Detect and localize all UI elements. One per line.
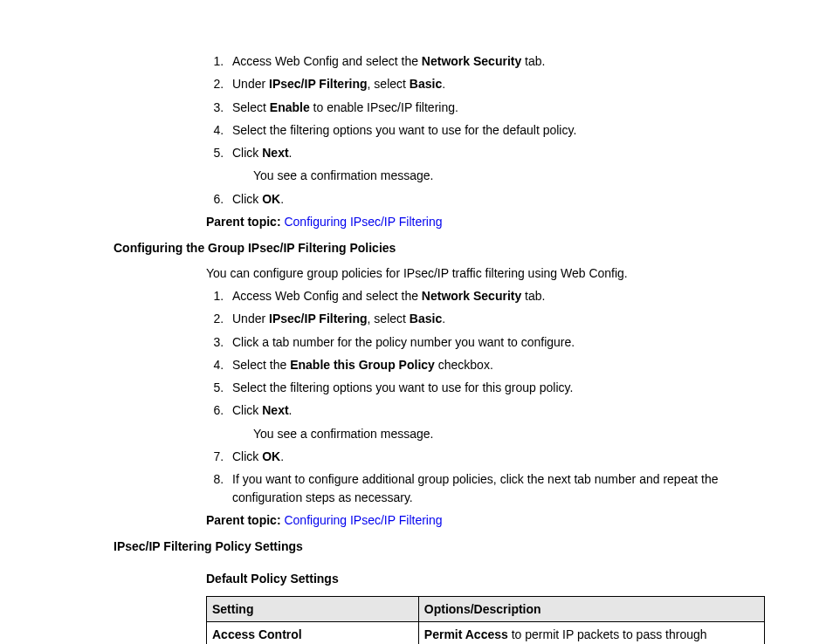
table-cell-setting: Access Control: [207, 622, 419, 644]
step: Access Web Config and select the Network…: [227, 287, 737, 305]
parent-topic-link[interactable]: Configuring IPsec/IP Filtering: [284, 513, 442, 527]
parent-topic-link[interactable]: Configuring IPsec/IP Filtering: [284, 215, 442, 229]
step: Under IPsec/IP Filtering, select Basic.: [227, 75, 737, 92]
step-note: You see a confirmation message.: [253, 425, 737, 442]
policy-settings-table: Setting Options/Description Access Contr…: [206, 596, 765, 644]
step: Click a tab number for the policy number…: [227, 333, 737, 351]
parent-topic: Parent topic: Configuring IPsec/IP Filte…: [206, 511, 737, 529]
section3-heading: IPsec/IP Filtering Policy Settings: [114, 538, 737, 555]
step: Select Enable to enable IPsec/IP filteri…: [227, 99, 737, 116]
table-cell-option: Permit Access to permit IP packets to pa…: [418, 622, 764, 644]
step-note: You see a confirmation message.: [253, 167, 737, 184]
step: Select the filtering options you want to…: [227, 121, 737, 139]
step: Click Next. You see a confirmation messa…: [227, 401, 737, 442]
step: Access Web Config and select the Network…: [227, 52, 737, 70]
table-header: Setting: [207, 596, 419, 621]
section2-heading: Configuring the Group IPsec/IP Filtering…: [114, 239, 737, 257]
section2-intro: You can configure group policies for IPs…: [206, 264, 737, 282]
table-header: Options/Description: [418, 596, 764, 621]
table-row: Access Control Permit Access to permit I…: [207, 622, 765, 644]
section1-steps: Access Web Config and select the Network…: [114, 52, 737, 208]
step: If you want to configure additional grou…: [227, 470, 737, 506]
step: Under IPsec/IP Filtering, select Basic.: [227, 310, 737, 327]
section2-steps: Access Web Config and select the Network…: [114, 287, 737, 506]
parent-topic: Parent topic: Configuring IPsec/IP Filte…: [206, 213, 737, 230]
step: Click Next. You see a confirmation messa…: [227, 144, 737, 185]
step: Click OK.: [227, 190, 737, 208]
step: Select the filtering options you want to…: [227, 379, 737, 396]
step: Select the Enable this Group Policy chec…: [227, 356, 737, 373]
table-header-row: Setting Options/Description: [207, 596, 765, 621]
document-page: Access Web Config and select the Network…: [114, 52, 737, 644]
section3-subheading: Default Policy Settings: [206, 570, 737, 587]
step: Click OK.: [227, 448, 737, 465]
